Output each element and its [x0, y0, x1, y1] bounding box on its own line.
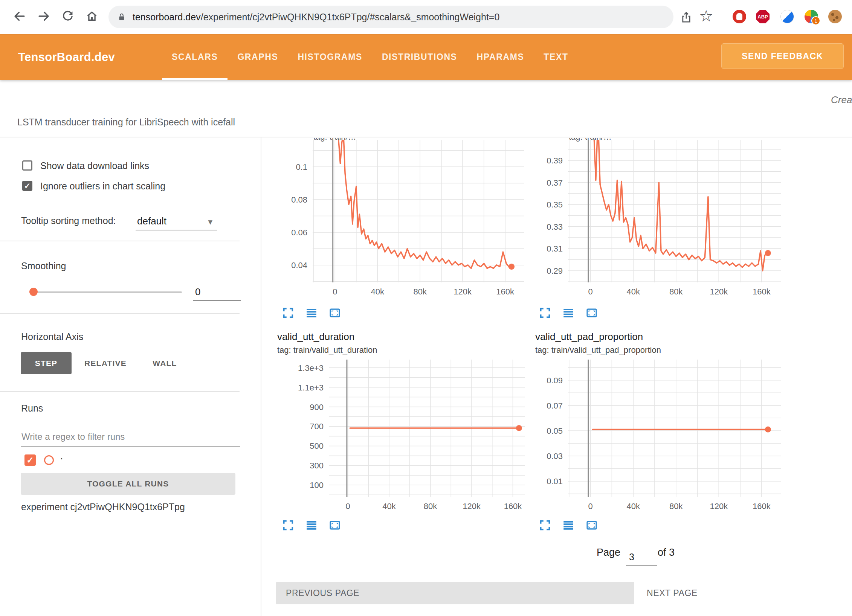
page-number-input[interactable]: [626, 549, 657, 566]
expand-chart-icon[interactable]: [282, 306, 295, 319]
tab-scalars[interactable]: SCALARS: [162, 34, 228, 80]
svg-text:40k: 40k: [382, 502, 396, 511]
reload-button[interactable]: [56, 5, 79, 27]
svg-text:0.06: 0.06: [291, 228, 307, 237]
tab-hparams[interactable]: HPARAMS: [467, 34, 534, 80]
experiment-id-label: experiment cj2vtPiwQHKN9Q1tx6PTpg: [21, 501, 185, 513]
active-tab-underline: [162, 78, 228, 80]
line-chart[interactable]: 040k80k120k160k0.010.030.050.070.09: [524, 329, 796, 540]
profile-avatar[interactable]: 1: [805, 10, 818, 23]
svg-text:0.39: 0.39: [547, 156, 563, 165]
line-chart[interactable]: 040k80k120k160k0.290.310.330.350.370.39: [524, 137, 788, 314]
experiment-title: LSTM transducer training for LibriSpeech…: [17, 117, 235, 128]
view-data-icon[interactable]: [305, 519, 318, 532]
svg-text:160k: 160k: [753, 287, 771, 296]
axis-wall-button[interactable]: WALL: [141, 352, 188, 374]
chart-actions: [282, 306, 341, 319]
send-feedback-button[interactable]: SEND FEEDBACK: [721, 43, 844, 69]
svg-text:0: 0: [588, 502, 592, 511]
tab-text[interactable]: TEXT: [534, 34, 578, 80]
view-data-icon[interactable]: [562, 306, 575, 319]
run-color-swatch[interactable]: [44, 455, 54, 465]
section-divider: [0, 241, 240, 241]
svg-text:0.05: 0.05: [547, 426, 563, 436]
svg-text:300: 300: [310, 461, 324, 470]
svg-text:700: 700: [310, 422, 324, 431]
line-chart[interactable]: 040k80k120k160k1003005007009001.1e+31.3e…: [261, 329, 528, 540]
toggle-all-runs-button[interactable]: TOGGLE ALL RUNS: [21, 473, 235, 495]
page-label: Page: [597, 547, 620, 558]
next-page-button[interactable]: NEXT PAGE: [647, 582, 698, 604]
extension-icon[interactable]: [780, 10, 794, 23]
show-download-label: Show data download links: [40, 160, 149, 172]
share-button[interactable]: [675, 6, 698, 29]
smoothing-slider-track[interactable]: [38, 291, 182, 293]
runs-filter-input[interactable]: [21, 427, 240, 447]
svg-text:80k: 80k: [669, 502, 683, 511]
expand-chart-icon[interactable]: [539, 306, 551, 319]
reload-icon: [61, 9, 75, 23]
svg-text:0.35: 0.35: [547, 200, 563, 209]
svg-text:1.1e+3: 1.1e+3: [298, 383, 324, 392]
fit-domain-icon[interactable]: [328, 519, 341, 532]
runs-label: Runs: [21, 402, 43, 414]
chevron-down-icon: ▾: [208, 217, 212, 227]
run-name: .: [60, 450, 63, 462]
svg-text:40k: 40k: [626, 502, 640, 511]
abp-extension-icon[interactable]: ABP: [756, 10, 770, 23]
scalar-chart-valid-utt-pad-proportion: valid_utt_pad_proportion tag: train/vali…: [524, 329, 796, 540]
tooltip-sorting-label: Tooltip sorting method:: [21, 215, 116, 227]
home-button[interactable]: [81, 5, 103, 27]
svg-text:100: 100: [310, 480, 324, 490]
lock-icon: [117, 12, 127, 22]
ignore-outliers-checkbox[interactable]: ✓: [22, 181, 32, 191]
home-icon: [85, 9, 99, 23]
previous-page-button[interactable]: PREVIOUS PAGE: [276, 582, 634, 604]
cookie-extension-icon[interactable]: [828, 10, 842, 23]
axis-relative-button[interactable]: RELATIVE: [77, 352, 134, 374]
svg-text:120k: 120k: [463, 502, 481, 511]
smoothing-slider-handle[interactable]: [29, 288, 38, 296]
adblock-extension-icon[interactable]: [733, 10, 746, 23]
show-download-checkbox[interactable]: [22, 160, 32, 171]
svg-text:900: 900: [310, 403, 324, 412]
line-chart[interactable]: 040k80k120k160k0.040.060.080.1: [261, 137, 528, 314]
url-path: /experiment/cj2vtPiwQHKN9Q1tx6PTpg/#scal…: [201, 12, 500, 22]
svg-text:120k: 120k: [453, 287, 472, 296]
axis-step-button[interactable]: STEP: [21, 352, 72, 374]
clipped-right-text: Crea: [831, 94, 852, 106]
horizontal-axis-label: Horizontal Axis: [21, 331, 83, 343]
chart-actions: [539, 306, 598, 319]
svg-text:120k: 120k: [710, 502, 728, 511]
tooltip-sorting-select[interactable]: default ▾: [136, 214, 217, 230]
svg-text:0: 0: [345, 502, 350, 511]
svg-text:1.3e+3: 1.3e+3: [298, 363, 324, 373]
adblock-hand: [736, 13, 742, 20]
back-button[interactable]: [8, 5, 31, 27]
check-icon: ✓: [26, 455, 34, 465]
fit-domain-icon[interactable]: [585, 306, 598, 319]
svg-text:0.29: 0.29: [547, 266, 563, 276]
tab-distributions[interactable]: DISTRIBUTIONS: [372, 34, 467, 80]
svg-text:0.33: 0.33: [547, 222, 563, 232]
scalar-chart-top-left: tag: train/… 040k80k120k160k0.040.060.08…: [261, 137, 528, 314]
url-text: tensorboard.dev/experiment/cj2vtPiwQHKN9…: [133, 12, 499, 23]
fit-domain-icon[interactable]: [328, 306, 341, 319]
view-data-icon[interactable]: [562, 519, 575, 532]
smoothing-label: Smoothing: [21, 260, 66, 272]
url-bar[interactable]: tensorboard.dev/experiment/cj2vtPiwQHKN9…: [108, 6, 673, 28]
expand-chart-icon[interactable]: [539, 519, 551, 532]
run-checkbox[interactable]: ✓: [24, 454, 36, 466]
svg-text:160k: 160k: [496, 287, 515, 296]
forward-button[interactable]: [32, 5, 55, 27]
fit-domain-icon[interactable]: [585, 519, 598, 532]
expand-chart-icon[interactable]: [282, 519, 295, 532]
svg-text:120k: 120k: [710, 287, 728, 296]
svg-text:40k: 40k: [626, 287, 640, 296]
smoothing-value-input[interactable]: [193, 284, 241, 301]
view-data-icon[interactable]: [305, 306, 318, 319]
tab-histograms[interactable]: HISTOGRAMS: [288, 34, 372, 80]
bookmark-star-icon[interactable]: ☆: [699, 7, 713, 25]
tab-graphs[interactable]: GRAPHS: [228, 34, 288, 80]
app-header: TensorBoard.dev SCALARS GRAPHS HISTOGRAM…: [0, 34, 852, 80]
